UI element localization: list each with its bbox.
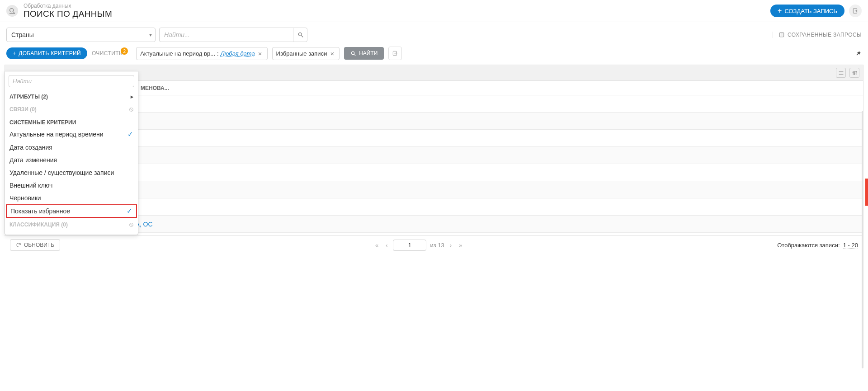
dd-section-relations: СВЯЗИ (0) ⦸ (5, 103, 138, 116)
page-input[interactable] (393, 240, 426, 251)
dd-item-period[interactable]: Актуальные на период времени ✓ (5, 127, 138, 141)
svg-point-20 (855, 71, 856, 72)
criteria-search-input[interactable] (9, 75, 134, 87)
disabled-icon: ⦸ (129, 105, 133, 113)
entity-select[interactable]: ▾ (6, 28, 156, 42)
breadcrumb: Обработка данных (24, 3, 770, 9)
export-results-icon[interactable] (388, 47, 402, 60)
chip-label: Актуальные на период вр... (140, 50, 215, 57)
chip-close-icon[interactable]: × (329, 50, 335, 57)
add-criterion-button[interactable]: + ДОБАВИТЬ КРИТЕРИЙ (6, 47, 87, 59)
svg-point-19 (854, 73, 855, 74)
chevron-right-icon: ▸ (131, 94, 133, 100)
create-record-button[interactable]: + СОЗДАТЬ ЗАПИСЬ (770, 5, 844, 17)
dd-item-created[interactable]: Дата создания (5, 141, 138, 154)
refresh-label: ОБНОВИТЬ (24, 242, 54, 248)
svg-point-9 (351, 52, 354, 55)
first-page-icon[interactable]: « (373, 242, 380, 249)
svg-line-1 (13, 12, 14, 13)
clear-label: ОЧИСТИТЬ (92, 50, 123, 57)
dd-item-label: Актуальные на период времени (9, 131, 104, 138)
dd-item-drafts[interactable]: Черновики (5, 192, 138, 204)
last-page-icon[interactable]: » (457, 242, 464, 249)
dd-item-label: Удаленные / существующие записи (9, 169, 114, 176)
plus-icon: + (778, 7, 782, 14)
plus-icon: + (13, 50, 16, 57)
dd-item-label: Показать избранное (10, 207, 70, 215)
disabled-icon: ⦸ (129, 221, 133, 228)
side-indicator (865, 179, 868, 206)
create-record-label: СОЗДАТЬ ЗАПИСЬ (784, 8, 837, 14)
svg-line-5 (301, 36, 303, 38)
svg-point-4 (298, 33, 302, 36)
columns-icon[interactable] (836, 68, 846, 78)
entity-select-value[interactable] (6, 28, 156, 42)
find-label: НАЙТИ (359, 50, 377, 57)
chip-separator: : (217, 50, 219, 57)
dd-heading-system: СИСТЕМНЫЕ КРИТЕРИИ (5, 116, 138, 127)
showing-range[interactable]: 1 - 20 (843, 242, 858, 249)
search-button[interactable] (293, 28, 307, 42)
filter-chip-favorites[interactable]: Избранные записи × (272, 47, 340, 60)
vertical-scrollbar[interactable] (862, 111, 863, 254)
page-of-label: из 13 (430, 242, 444, 249)
settings-icon[interactable] (849, 68, 859, 78)
dd-item-label: Черновики (9, 194, 41, 202)
dd-section-label: АТРИБУТЫ (2) (9, 94, 48, 100)
svg-point-18 (853, 71, 854, 72)
showing-label: Отображаются записи: (777, 242, 840, 249)
dd-section-classification: КЛАССИФИКАЦИЯ (0) ⦸ (5, 218, 138, 231)
find-button[interactable]: НАЙТИ (344, 47, 384, 60)
dd-item-external-key[interactable]: Внешний ключ (5, 179, 138, 192)
pin-icon[interactable] (855, 50, 862, 57)
saved-queries-link[interactable]: СОХРАНЕННЫЕ ЗАПРОСЫ (773, 32, 862, 38)
check-icon: ✓ (127, 130, 133, 138)
dd-item-label: Дата изменения (9, 156, 57, 164)
chip-date-link[interactable]: Любая дата (221, 50, 255, 57)
chip-close-icon[interactable]: × (257, 50, 264, 57)
column-header-name[interactable]: МЕНОВА... (141, 85, 169, 91)
page-title: ПОИСК ПО ДАННЫМ (24, 9, 770, 19)
criteria-dropdown: АТРИБУТЫ (2) ▸ СВЯЗИ (0) ⦸ СИСТЕМНЫЕ КРИ… (5, 71, 138, 235)
dd-section-attributes[interactable]: АТРИБУТЫ (2) ▸ (5, 91, 138, 103)
check-icon: ✓ (127, 207, 132, 215)
chip-label: Избранные записи (276, 50, 327, 57)
dd-item-label: Дата создания (9, 144, 52, 151)
dd-item-deleted[interactable]: Удаленные / существующие записи (5, 166, 138, 179)
dd-section-label: КЛАССИФИКАЦИЯ (0) (9, 221, 68, 228)
filter-chip-period[interactable]: Актуальные на период вр... : Любая дата … (136, 47, 267, 60)
svg-point-0 (10, 9, 14, 12)
refresh-button[interactable]: ОБНОВИТЬ (10, 239, 60, 251)
dd-section-label: СВЯЗИ (0) (9, 106, 37, 113)
dd-item-modified[interactable]: Дата изменения (5, 154, 138, 166)
dd-item-show-favorites[interactable]: Показать избранное ✓ (6, 204, 137, 218)
clear-count-badge: 2 (121, 47, 128, 55)
clear-button[interactable]: ОЧИСТИТЬ 2 (92, 50, 123, 57)
svg-line-10 (354, 54, 355, 56)
next-page-icon[interactable]: › (448, 242, 453, 249)
prev-page-icon[interactable]: ‹ (384, 242, 389, 249)
add-criterion-label: ДОБАВИТЬ КРИТЕРИЙ (19, 50, 81, 57)
app-icon (6, 5, 18, 17)
saved-queries-label: СОХРАНЕННЫЕ ЗАПРОСЫ (788, 32, 862, 38)
export-icon[interactable] (849, 5, 862, 17)
dd-item-label: Внешний ключ (9, 182, 52, 189)
search-input[interactable] (159, 28, 307, 42)
